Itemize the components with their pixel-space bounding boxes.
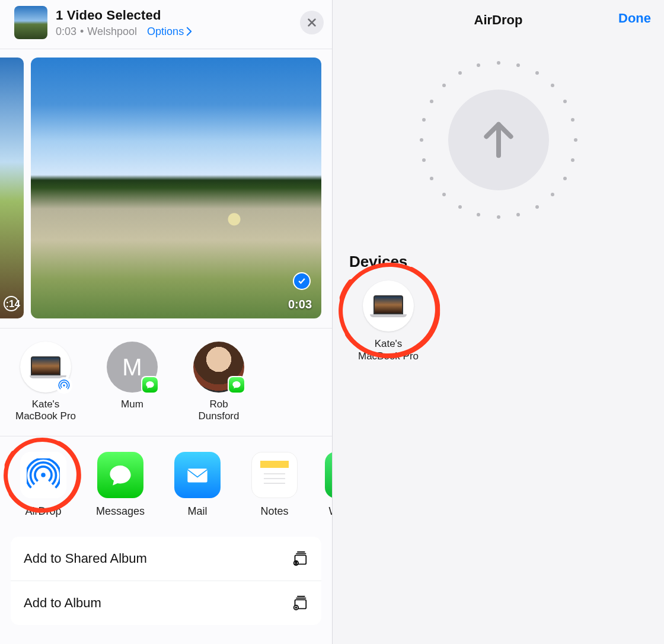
app-notes[interactable]: Notes [248,452,301,518]
contact-label: Mum [100,398,165,410]
contact-label: Kate's MacBook Pro [13,398,78,423]
app-messages[interactable]: Messages [94,452,147,518]
radar-dot [535,71,539,75]
app-label: Messages [94,505,147,518]
radar-dot [430,100,433,103]
done-button[interactable]: Done [618,11,651,26]
radar-dot [574,138,577,142]
share-header: 1 Video Selected 0:03 • Welshpool Option… [0,0,332,49]
whatsapp-icon [325,452,332,498]
shared-album-icon [290,550,308,568]
radar-dot [551,193,554,196]
radar-dot [535,205,539,209]
preview-item-selected[interactable]: 0:03 [31,58,321,318]
radar-dot [497,61,500,65]
selected-duration: 0:03 [288,298,312,311]
airdrop-title: AirDrop [474,12,523,28]
share-duration: 0:03 [56,25,76,38]
previews-row[interactable]: :14 0:03 [0,49,332,329]
upload-circle [448,90,549,190]
airdrop-icon [20,452,66,498]
share-header-text: 1 Video Selected 0:03 • Welshpool Option… [56,8,292,38]
options-link[interactable]: Options [147,25,192,38]
radar-dot [571,158,574,162]
checkmark-icon [297,276,307,286]
selected-badge [293,272,311,290]
action-label: Add to Album [24,595,101,611]
radar-dot [458,205,462,209]
radar-dot [422,158,426,162]
radar-dot [430,177,433,180]
device-avatar [363,280,414,331]
message-badge [228,376,245,394]
preview-item-prev[interactable]: :14 [0,58,24,318]
radar-dot [571,118,574,122]
radar-dot [442,193,446,196]
chevron-right-icon [186,27,192,36]
contact-mum[interactable]: M Mum [100,342,165,423]
messages-bubble-icon [232,380,241,390]
radar-dot [563,100,567,103]
airdrop-radar [410,51,588,229]
svg-point-0 [63,384,65,386]
app-label: Notes [248,505,301,518]
close-icon [307,17,317,28]
share-location: Welshpool [87,25,137,38]
devices-heading: Devices [349,253,647,271]
app-airdrop[interactable]: AirDrop [17,452,70,518]
contact-avatar [20,342,71,393]
share-thumbnail [14,6,47,39]
preview-scene [31,58,321,318]
messages-bubble-icon [145,380,155,390]
messages-icon [97,452,143,498]
radar-dot [442,84,446,87]
radar-dot [458,71,462,75]
laptop-icon [370,295,407,317]
app-whatsapp-partial[interactable]: Wh [325,452,332,518]
contact-avatar [193,342,244,393]
airdrop-badge-icon [56,377,72,394]
options-label: Options [147,25,184,38]
radar-dot [422,118,426,122]
app-label: Mail [171,505,224,518]
share-subtitle: 0:03 • Welshpool Options [56,25,292,38]
message-badge [141,376,159,394]
action-add-shared-album[interactable]: Add to Shared Album [11,537,321,581]
apps-row[interactable]: AirDrop Messages Mail Notes Wh [0,436,332,533]
radar-dot [551,84,554,87]
action-label: Add to Shared Album [24,551,147,566]
svg-rect-3 [260,461,289,468]
airdrop-pane: AirDrop Done Devices Kate's MacBook Pro [332,0,664,644]
laptop-icon [30,356,62,378]
radar-dot [497,215,500,219]
contact-initial: M [122,354,142,381]
contact-label: Rob Dunsford [186,398,251,423]
devices-section: Devices Kate's MacBook Pro [333,253,664,363]
airdrop-header: AirDrop Done [333,0,664,40]
app-mail[interactable]: Mail [171,452,224,518]
mail-icon [174,452,221,498]
contact-avatar: M [107,342,158,393]
prev-duration: :14 [5,298,20,310]
radar-dot [516,213,520,216]
svg-point-1 [41,473,45,477]
app-label: AirDrop [17,505,70,518]
notes-icon [251,452,298,498]
app-label: Wh [325,505,332,518]
close-button[interactable] [300,11,324,34]
contacts-row: Kate's MacBook Pro M Mum Rob Dunsford [0,329,332,436]
device-kates-mac[interactable]: Kate's MacBook Pro [353,280,424,363]
arrow-up-icon [478,116,519,164]
radar-dot [477,63,480,67]
radar-dot [563,177,567,180]
svg-rect-2 [187,468,207,482]
radar-dot [516,63,520,67]
action-add-album[interactable]: Add to Album [11,581,321,625]
add-album-icon [290,594,308,612]
contact-rob[interactable]: Rob Dunsford [186,342,251,423]
device-label: Kate's MacBook Pro [353,337,424,363]
svg-point-11 [295,562,297,563]
actions-list: Add to Shared Album Add to Album [11,537,321,625]
share-title: 1 Video Selected [56,8,292,23]
contact-kates-mac[interactable]: Kate's MacBook Pro [13,342,78,423]
